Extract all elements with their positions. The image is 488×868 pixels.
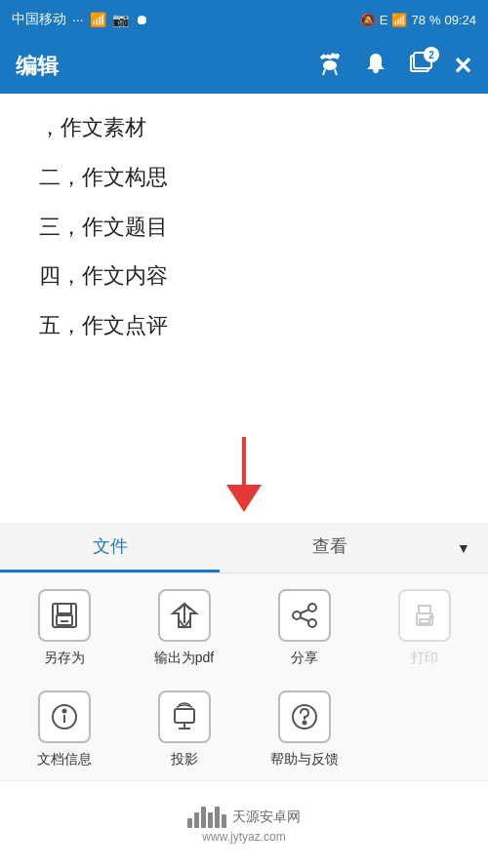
svg-point-18 <box>429 616 432 619</box>
projection-icon-wrap <box>158 690 211 743</box>
svg-rect-6 <box>58 604 71 613</box>
svg-rect-22 <box>175 709 194 723</box>
svg-rect-17 <box>420 619 429 623</box>
share-label: 分享 <box>291 650 318 667</box>
wm-bars-icon <box>187 807 226 828</box>
save-as-label: 另存为 <box>44 650 85 667</box>
network-bars: 📶 <box>391 13 407 27</box>
wm-bar-4 <box>208 812 213 828</box>
tab-view-label: 查看 <box>312 534 347 558</box>
svg-point-0 <box>323 60 337 70</box>
down-arrow <box>226 437 262 512</box>
export-pdf-label: 输出为pdf <box>154 650 214 667</box>
watermark-url: www.jytyaz.com <box>202 830 285 844</box>
wm-bar-2 <box>194 812 199 828</box>
watermark-site-text: 天源安卓网 <box>232 809 301 826</box>
projection-label: 投影 <box>171 751 198 769</box>
doc-info-icon-wrap <box>38 690 91 743</box>
status-bar: 中国移动 ··· 📶 📷 ⏺ 🔕 E 📶 78 % 09:24 <box>0 0 488 39</box>
windows-icon[interactable]: 2 <box>408 51 433 82</box>
time-text: 09:24 <box>444 13 476 27</box>
wm-bar-5 <box>215 807 220 828</box>
menu-grid: 另存为 输出为pdf 分享 <box>0 573 488 784</box>
svg-point-13 <box>308 619 316 627</box>
arrow-line <box>242 437 246 486</box>
doc-line-3: 三，作文题目 <box>39 213 449 243</box>
tab-bar: 文件 查看 ▼ <box>0 523 488 573</box>
menu-item-projection[interactable]: 投影 <box>128 690 240 769</box>
bell-icon[interactable] <box>363 51 388 82</box>
print-label: 打印 <box>411 650 438 667</box>
tab-view[interactable]: 查看 <box>220 523 439 572</box>
svg-line-2 <box>335 69 337 75</box>
wm-bar-1 <box>187 818 192 828</box>
tab-dropdown[interactable]: ▼ <box>439 523 488 572</box>
battery-text: 78 <box>411 13 425 27</box>
svg-point-12 <box>293 612 301 619</box>
export-pdf-icon-wrap <box>158 589 211 642</box>
svg-line-15 <box>300 617 308 621</box>
menu-item-help[interactable]: 帮助与反馈 <box>248 690 360 769</box>
nav-title: 编辑 <box>16 52 59 81</box>
battery-percent: % <box>429 13 441 27</box>
help-icon-wrap <box>278 690 331 743</box>
doc-info-label: 文档信息 <box>37 751 92 769</box>
doc-line-1: ，作文素材 <box>39 113 449 143</box>
carrier-text: 中国移动 <box>12 11 66 28</box>
signal-icon: E <box>380 13 388 27</box>
wm-bar-3 <box>201 807 206 828</box>
status-left: 中国移动 ··· 📶 📷 ⏺ <box>12 11 148 28</box>
menu-item-save-as[interactable]: 另存为 <box>8 589 120 667</box>
menu-icon[interactable] <box>316 50 344 83</box>
print-icon-wrap <box>398 589 451 642</box>
status-right: 🔕 E 📶 78 % 09:24 <box>360 13 476 27</box>
tab-file[interactable]: 文件 <box>0 523 220 572</box>
doc-line-2: 二，作文构思 <box>39 163 449 193</box>
share-icon-wrap <box>278 589 331 642</box>
bottom-watermark: 天源安卓网 www.jytyaz.com <box>0 780 488 868</box>
doc-content: ，作文素材 二，作文构思 三，作文题目 四，作文内容 五，作文点评 <box>0 94 488 425</box>
record-icon: ⏺ <box>135 12 148 27</box>
menu-item-print: 打印 <box>368 589 480 667</box>
doc-line-5: 五，作文点评 <box>39 311 449 341</box>
arrow-area <box>0 425 488 523</box>
arrow-head <box>226 485 262 512</box>
watermark-logo: 天源安卓网 <box>187 807 301 828</box>
menu-item-share[interactable]: 分享 <box>248 589 360 667</box>
wm-bar-6 <box>222 814 226 828</box>
menu-item-export-pdf[interactable]: 输出为pdf <box>128 589 240 667</box>
close-icon[interactable]: ✕ <box>453 53 472 80</box>
tab-file-label: 文件 <box>93 534 128 558</box>
camera-icon: 📷 <box>112 12 129 27</box>
svg-point-26 <box>303 722 305 725</box>
doc-line-4: 四，作文内容 <box>39 261 449 292</box>
svg-line-1 <box>323 69 325 75</box>
svg-point-11 <box>308 604 316 612</box>
top-nav: 编辑 2 ✕ <box>0 39 488 94</box>
save-as-icon-wrap <box>38 589 91 642</box>
signal-dots: ··· <box>72 12 84 27</box>
help-label: 帮助与反馈 <box>270 751 339 769</box>
windows-badge: 2 <box>424 47 439 62</box>
svg-line-14 <box>300 610 308 613</box>
svg-point-21 <box>62 710 65 713</box>
dropdown-icon: ▼ <box>457 540 470 556</box>
wifi-icon: 📶 <box>90 12 106 27</box>
silent-icon: 🔕 <box>360 13 376 27</box>
menu-item-doc-info[interactable]: 文档信息 <box>8 690 120 769</box>
nav-icons: 2 ✕ <box>316 50 472 83</box>
